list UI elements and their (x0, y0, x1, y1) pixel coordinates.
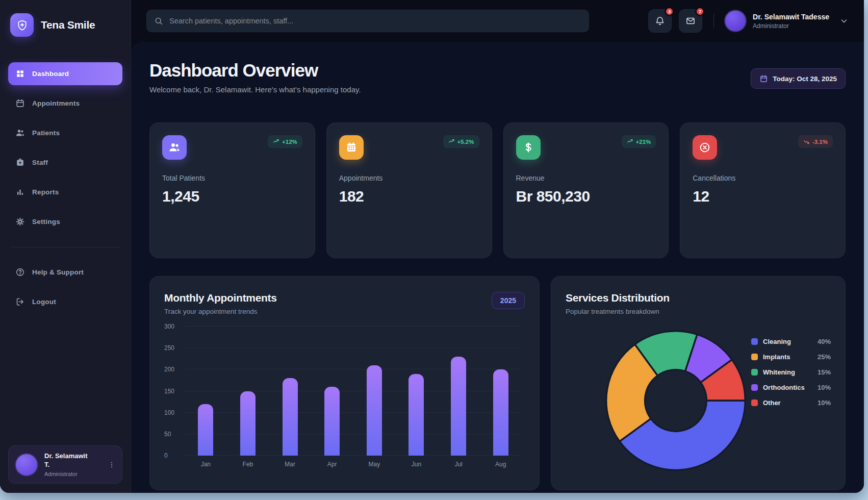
bar-jun (409, 374, 424, 456)
pie-chart-title: Services Distribution (566, 292, 670, 304)
sidebar: Tena Smile Dashboard Appointments (0, 0, 131, 493)
legend-label: Other (763, 399, 812, 407)
messages-badge: 7 (695, 7, 705, 16)
sidebar-divider (10, 247, 120, 247)
legend-label: Whitening (763, 368, 812, 376)
sidebar-item-dashboard[interactable]: Dashboard (8, 62, 122, 85)
logout-icon (15, 297, 25, 307)
bar-aug (493, 369, 508, 456)
bar-slot (492, 327, 509, 456)
legend-value: 15% (818, 368, 831, 376)
date-badge-text: Today: Oct 28, 2025 (773, 75, 837, 83)
bar-slot (323, 327, 341, 456)
topbar: 3 7 Dr. Selamawit Tadesse Administrator (131, 0, 864, 42)
sidebar-item-logout[interactable]: Logout (8, 290, 122, 313)
pie-chart-subtitle: Popular treatments breakdown (566, 308, 670, 315)
stat-label: Appointments (339, 174, 479, 182)
y-axis-label: 250 (164, 344, 182, 352)
bar-slot (239, 327, 257, 456)
page-subtitle: Welcome back, Dr. Selamawit. Here's what… (149, 85, 361, 94)
user-role: Administrator (44, 471, 91, 477)
profile-role: Administrator (753, 22, 829, 30)
sidebar-item-reports[interactable]: Reports (8, 181, 122, 204)
sidebar-item-label: Settings (32, 218, 60, 226)
x-axis-label: Apr (323, 461, 341, 468)
bar-mar (283, 378, 298, 456)
sidebar-nav: Dashboard Appointments Patients (8, 62, 122, 240)
sidebar-item-label: Staff (32, 159, 48, 166)
bar-chart-title: Monthly Appointments (164, 292, 277, 304)
trend-down-icon (803, 138, 810, 145)
bar-may (367, 365, 382, 456)
x-axis-label: May (366, 461, 383, 468)
legend-value: 25% (818, 353, 831, 361)
avatar (724, 10, 747, 32)
stat-change-badge: -3.1% (798, 135, 833, 148)
bar-chart-icon (15, 187, 25, 197)
y-axis-label: 100 (164, 409, 182, 416)
bell-icon (655, 16, 665, 26)
charts-row: Monthly Appointments Track your appointm… (149, 276, 846, 490)
y-axis-label: 0 (164, 452, 182, 459)
topbar-divider (713, 14, 714, 28)
stat-change-badge: +21% (622, 135, 656, 148)
x-axis-label: Jul (450, 461, 467, 468)
users-icon (15, 128, 25, 138)
profile-name: Dr. Selamawit Tadesse (753, 13, 829, 21)
y-axis-label: 200 (164, 366, 182, 373)
trend-up-icon (627, 138, 633, 145)
trend-up-icon (273, 138, 279, 145)
bar-feb (240, 391, 256, 456)
page-title: Dashboard Overview (149, 60, 361, 81)
notifications-button[interactable]: 3 (648, 9, 672, 33)
y-axis-label: 150 (164, 388, 182, 395)
bar-chart-subtitle: Track your appointment trends (164, 308, 277, 315)
search (146, 10, 589, 32)
stat-value: 182 (339, 188, 479, 205)
legend-row: Cleaning40% (751, 334, 831, 349)
x-circle-icon (693, 135, 717, 160)
date-badge[interactable]: Today: Oct 28, 2025 (751, 68, 846, 89)
patients-icon (162, 135, 187, 160)
bar-chart-xlabels: JanFebMarAprMayJunJulAug (185, 461, 522, 468)
sidebar-user-card[interactable]: Dr. Selamawit T. Administrator (8, 445, 122, 484)
user-name: Dr. Selamawit T. (44, 452, 91, 469)
legend-swatch (751, 338, 758, 345)
profile-menu[interactable]: Dr. Selamawit Tadesse Administrator (724, 10, 849, 32)
sidebar-item-appointments[interactable]: Appointments (8, 92, 122, 115)
bar-slot (282, 327, 299, 456)
sidebar-item-label: Patients (32, 129, 60, 137)
bar-slot (450, 327, 467, 456)
legend-row: Orthodontics10% (751, 380, 831, 395)
legend-row: Whitening15% (751, 364, 831, 380)
year-badge[interactable]: 2025 (492, 292, 525, 309)
bar-apr (324, 387, 340, 456)
dots-vertical-icon[interactable] (108, 461, 116, 469)
shield-plus-icon (16, 19, 28, 31)
messages-button[interactable]: 7 (679, 9, 702, 33)
y-axis-label: 300 (164, 323, 182, 330)
stat-card-revenue: +21% Revenue Br 850,230 (503, 122, 669, 258)
x-axis-label: Jun (407, 461, 425, 468)
sidebar-item-staff[interactable]: Staff (8, 151, 122, 174)
x-axis-label: Mar (282, 461, 299, 468)
sidebar-item-patients[interactable]: Patients (8, 121, 122, 144)
sidebar-item-help-support[interactable]: Help & Support (8, 261, 122, 284)
pie-chart-card: Services Distribution Popular treatments… (551, 276, 846, 490)
stat-change-badge: +12% (268, 135, 302, 148)
search-input[interactable] (146, 10, 589, 32)
legend-value: 40% (818, 338, 831, 345)
calendar-icon (15, 98, 25, 108)
sidebar-item-label: Help & Support (32, 268, 84, 276)
dashboard-grid-icon (15, 69, 25, 79)
stat-card-cancellations: -3.1% Cancellations 12 (680, 122, 846, 258)
bar-jul (451, 357, 466, 456)
x-axis-label: Aug (492, 461, 509, 468)
stat-card-appointments: +5.2% Appointments 182 (326, 122, 492, 258)
sidebar-item-label: Dashboard (32, 70, 69, 78)
chevron-down-icon (839, 16, 849, 26)
brand-name: Tena Smile (41, 19, 95, 31)
legend-swatch (751, 354, 758, 360)
sidebar-item-settings[interactable]: Settings (8, 210, 122, 233)
avatar (15, 453, 38, 477)
